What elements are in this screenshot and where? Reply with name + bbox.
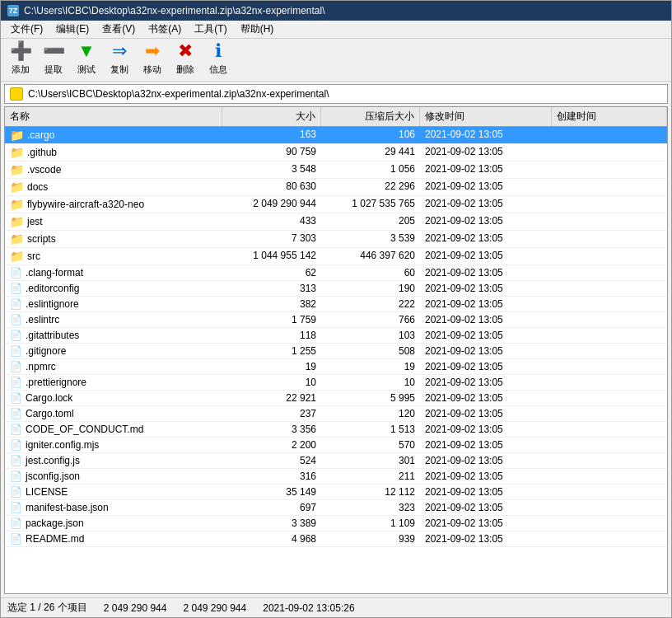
info-icon: ℹ [215, 42, 222, 60]
file-special-icon: 📄 [10, 455, 22, 466]
file-name: 📁 flybywire-aircraft-a320-neo [5, 196, 222, 213]
file-icon: 📄 [10, 377, 22, 388]
table-row[interactable]: 📄 README.md 4 968 939 2021-09-02 13:05 [5, 531, 667, 547]
file-created [552, 422, 667, 437]
address-bar[interactable]: C:\Users\ICBC\Desktop\a32nx-experimental… [4, 84, 668, 104]
table-row[interactable]: 📄 igniter.config.mjs 2 200 570 2021-09-0… [5, 438, 667, 453]
folder-icon: 📁 [10, 232, 24, 246]
table-row[interactable]: 📄 .gitattributes 118 103 2021-09-02 13:0… [5, 328, 667, 344]
file-compressed: 939 [321, 531, 420, 546]
test-button[interactable]: ▼ [72, 42, 101, 60]
table-row[interactable]: 📁 flybywire-aircraft-a320-neo 2 049 290 … [5, 196, 667, 213]
file-size: 10 [222, 375, 321, 390]
file-created [552, 127, 667, 143]
file-name: 📄 jest.config.js [5, 453, 222, 468]
file-created [552, 375, 667, 390]
table-row[interactable]: 📄 .clang-format 62 60 2021-09-02 13:05 [5, 265, 667, 281]
file-modified: 2021-09-02 13:05 [420, 453, 552, 468]
file-compressed: 60 [321, 265, 420, 280]
file-compressed: 19 [321, 359, 420, 374]
file-list-body[interactable]: 📁 .cargo 163 106 2021-09-02 13:05 📁 .git… [5, 127, 667, 593]
menu-bookmarks[interactable]: 书签(A) [142, 21, 188, 38]
table-row[interactable]: 📁 src 1 044 955 142 446 397 620 2021-09-… [5, 248, 667, 265]
file-created [552, 344, 667, 358]
file-created [552, 297, 667, 311]
table-row[interactable]: 📁 .github 90 759 29 441 2021-09-02 13:05 [5, 144, 667, 162]
file-compressed: 29 441 [321, 144, 420, 161]
file-created [552, 469, 667, 484]
extract-button[interactable]: ➖ [39, 42, 68, 60]
file-created [552, 328, 667, 343]
table-row[interactable]: 📄 Cargo.toml 237 120 2021-09-02 13:05 [5, 406, 667, 422]
header-created[interactable]: 创建时间 [552, 107, 667, 126]
menu-tools[interactable]: 工具(T) [188, 21, 233, 38]
file-size: 697 [222, 500, 321, 515]
move-button[interactable]: ➡ [138, 42, 167, 60]
file-modified: 2021-09-02 13:05 [420, 213, 552, 230]
file-created [552, 485, 667, 499]
table-row[interactable]: 📄 .editorconfig 313 190 2021-09-02 13:05 [5, 281, 667, 297]
table-row[interactable]: 📄 .npmrc 19 19 2021-09-02 13:05 [5, 359, 667, 375]
table-row[interactable]: 📄 Cargo.lock 22 921 5 995 2021-09-02 13:… [5, 391, 667, 406]
table-row[interactable]: 📄 manifest-base.json 697 323 2021-09-02 … [5, 500, 667, 516]
file-created [552, 438, 667, 452]
move-label: 移动 [138, 63, 167, 76]
file-compressed: 5 995 [321, 391, 420, 405]
file-compressed: 1 109 [321, 516, 420, 531]
add-button[interactable]: ➕ [6, 42, 35, 60]
status-datetime: 2021-09-02 13:05:26 [263, 602, 354, 614]
copy-button[interactable]: ⇒ [105, 42, 134, 60]
header-size[interactable]: 大小 [222, 107, 321, 126]
info-button[interactable]: ℹ [203, 42, 233, 60]
table-row[interactable]: 📁 .cargo 163 106 2021-09-02 13:05 [5, 127, 667, 144]
file-name: 📄 Cargo.toml [5, 406, 222, 421]
folder-icon: 📁 [10, 129, 24, 142]
table-row[interactable]: 📁 docs 80 630 22 296 2021-09-02 13:05 [5, 179, 667, 196]
table-row[interactable]: 📁 .vscode 3 548 1 056 2021-09-02 13:05 [5, 162, 667, 179]
table-row[interactable]: 📄 LICENSE 35 149 12 112 2021-09-02 13:05 [5, 485, 667, 500]
table-row[interactable]: 📄 jest.config.js 524 301 2021-09-02 13:0… [5, 453, 667, 469]
main-window: 7Z C:\Users\ICBC\Desktop\a32nx-experimen… [0, 0, 672, 618]
file-name: 📄 .editorconfig [5, 281, 222, 296]
file-name: 📁 .vscode [5, 162, 222, 178]
file-created [552, 231, 667, 247]
header-compressed[interactable]: 压缩后大小 [321, 107, 420, 126]
file-created [552, 248, 667, 265]
file-size: 118 [222, 328, 321, 343]
file-compressed: 766 [321, 312, 420, 327]
file-icon: 📄 [10, 314, 22, 325]
file-compressed: 10 [321, 375, 420, 390]
table-row[interactable]: 📄 package.json 3 389 1 109 2021-09-02 13… [5, 516, 667, 531]
app-icon: 7Z [7, 5, 19, 16]
table-row[interactable]: 📄 .prettierignore 10 10 2021-09-02 13:05 [5, 375, 667, 391]
file-compressed: 1 027 535 765 [321, 196, 420, 213]
menu-view[interactable]: 查看(V) [96, 21, 142, 38]
table-row[interactable]: 📄 jsconfig.json 316 211 2021-09-02 13:05 [5, 469, 667, 485]
header-name[interactable]: 名称 [5, 107, 222, 126]
toolbar: ➕ ➖ ▼ ⇒ ➡ ✖ ℹ 添加 提取 测试 复制 [1, 39, 671, 82]
move-icon: ➡ [145, 42, 160, 60]
file-name: 📄 jsconfig.json [5, 469, 222, 484]
extract-label: 提取 [39, 63, 68, 76]
delete-button[interactable]: ✖ [170, 42, 200, 60]
file-icon: 📄 [10, 424, 22, 435]
table-row[interactable]: 📄 .eslintignore 382 222 2021-09-02 13:05 [5, 297, 667, 312]
table-row[interactable]: 📁 jest 433 205 2021-09-02 13:05 [5, 213, 667, 231]
file-name: 📄 igniter.config.mjs [5, 438, 222, 452]
toolbar-icons-row: ➕ ➖ ▼ ⇒ ➡ ✖ ℹ [6, 42, 233, 60]
table-row[interactable]: 📁 scripts 7 303 3 539 2021-09-02 13:05 [5, 231, 667, 248]
table-row[interactable]: 📄 .gitignore 1 255 508 2021-09-02 13:05 [5, 344, 667, 359]
delete-label: 删除 [170, 63, 200, 76]
file-modified: 2021-09-02 13:05 [420, 438, 552, 452]
table-row[interactable]: 📄 CODE_OF_CONDUCT.md 3 356 1 513 2021-09… [5, 422, 667, 438]
file-created [552, 391, 667, 405]
file-name: 📁 .cargo [5, 127, 222, 143]
file-modified: 2021-09-02 13:05 [420, 516, 552, 531]
file-size: 35 149 [222, 485, 321, 499]
menu-edit[interactable]: 编辑(E) [49, 21, 96, 38]
table-row[interactable]: 📄 .eslintrc 1 759 766 2021-09-02 13:05 [5, 312, 667, 328]
menu-help[interactable]: 帮助(H) [234, 21, 281, 38]
file-created [552, 453, 667, 468]
header-modified[interactable]: 修改时间 [420, 107, 552, 126]
menu-file[interactable]: 文件(F) [4, 21, 49, 38]
